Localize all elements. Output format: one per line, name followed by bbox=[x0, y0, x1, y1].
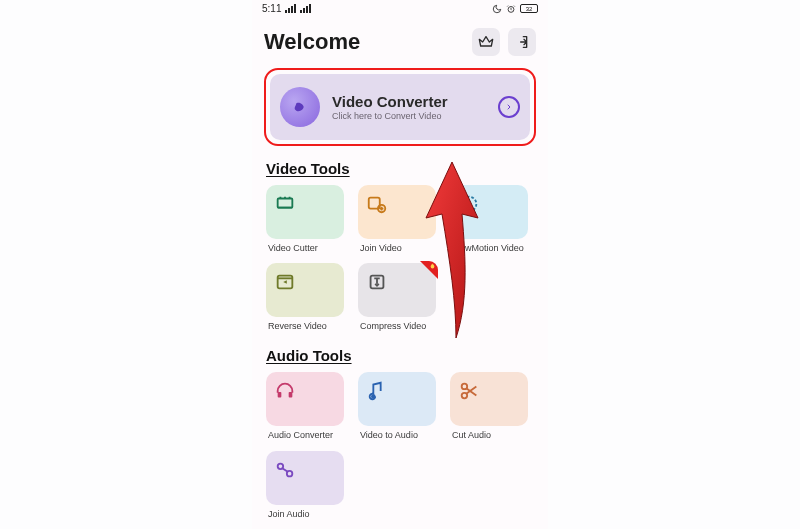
tool-label: Reverse Video bbox=[266, 321, 344, 331]
signal-icon bbox=[285, 4, 296, 13]
exit-button[interactable] bbox=[508, 28, 536, 56]
video-converter-card[interactable]: Video Converter Click here to Convert Vi… bbox=[270, 74, 530, 140]
flame-icon bbox=[428, 262, 437, 271]
hot-badge bbox=[420, 261, 438, 279]
hero-subtitle: Click here to Convert Video bbox=[332, 111, 486, 121]
audio-tools-grid: Audio Converter Video to Audio Cut Audio bbox=[252, 372, 548, 529]
section-heading-audio: Audio Tools bbox=[252, 341, 548, 372]
section-heading-video: Video Tools bbox=[252, 154, 548, 185]
tool-tile bbox=[450, 185, 528, 239]
tool-label: Cut Audio bbox=[450, 430, 528, 440]
scissors-icon bbox=[458, 380, 480, 402]
compress-icon bbox=[366, 271, 388, 293]
tool-tile bbox=[358, 263, 436, 317]
hero-highlight: Video Converter Click here to Convert Vi… bbox=[264, 68, 536, 146]
exit-icon bbox=[514, 34, 530, 50]
hero-title: Video Converter bbox=[332, 93, 486, 110]
app-screen: 5:11 32 Welcome bbox=[252, 0, 548, 529]
tool-label: Video Cutter bbox=[266, 243, 344, 253]
tool-label: SlowMotion Video bbox=[450, 243, 528, 253]
tool-audio-converter[interactable]: Audio Converter bbox=[266, 372, 344, 440]
signal-icon-2 bbox=[300, 4, 311, 13]
video-tools-grid: Video Cutter Join Video SlowMotion Video bbox=[252, 185, 548, 342]
premium-button[interactable] bbox=[472, 28, 500, 56]
tool-label: Compress Video bbox=[358, 321, 436, 331]
tool-tile bbox=[266, 451, 344, 505]
tool-tile bbox=[266, 372, 344, 426]
header-actions bbox=[472, 28, 536, 56]
tool-compress-video[interactable]: Compress Video bbox=[358, 263, 436, 331]
tool-join-audio[interactable]: Join Audio bbox=[266, 451, 344, 519]
chevron-right-icon bbox=[505, 103, 513, 111]
svg-rect-1 bbox=[278, 198, 293, 207]
tool-video-to-audio[interactable]: Video to Audio bbox=[358, 372, 436, 440]
hero-section: Video Converter Click here to Convert Vi… bbox=[252, 62, 548, 154]
statusbar-right: 32 bbox=[492, 4, 538, 14]
tool-label: Video to Audio bbox=[358, 430, 436, 440]
tool-tile bbox=[266, 185, 344, 239]
slowmotion-icon bbox=[458, 193, 480, 215]
statusbar-time: 5:11 bbox=[262, 3, 281, 14]
tool-tile bbox=[450, 372, 528, 426]
hero-text: Video Converter Click here to Convert Vi… bbox=[332, 93, 486, 121]
tool-label: Audio Converter bbox=[266, 430, 344, 440]
join-audio-icon bbox=[274, 459, 296, 481]
page-title: Welcome bbox=[264, 29, 360, 55]
battery-icon: 32 bbox=[520, 4, 538, 13]
join-video-icon bbox=[366, 193, 388, 215]
hero-arrow-button[interactable] bbox=[498, 96, 520, 118]
reverse-video-icon bbox=[274, 271, 296, 293]
video-converter-icon bbox=[280, 87, 320, 127]
tool-video-cutter[interactable]: Video Cutter bbox=[266, 185, 344, 253]
music-note-icon bbox=[366, 380, 388, 402]
tool-label: Join Audio bbox=[266, 509, 344, 519]
battery-level: 32 bbox=[526, 6, 533, 12]
tool-join-video[interactable]: Join Video bbox=[358, 185, 436, 253]
moon-icon bbox=[492, 4, 502, 14]
crown-icon bbox=[478, 34, 494, 50]
svg-rect-7 bbox=[278, 392, 282, 398]
alarm-icon bbox=[506, 4, 516, 14]
tool-slowmotion-video[interactable]: SlowMotion Video bbox=[450, 185, 528, 253]
statusbar-left: 5:11 bbox=[262, 3, 311, 14]
svg-rect-8 bbox=[289, 392, 293, 398]
app-header: Welcome bbox=[252, 18, 548, 62]
video-cutter-icon bbox=[274, 193, 296, 215]
tool-tile bbox=[266, 263, 344, 317]
tool-label: Join Video bbox=[358, 243, 436, 253]
tool-reverse-video[interactable]: Reverse Video bbox=[266, 263, 344, 331]
tool-cut-audio[interactable]: Cut Audio bbox=[450, 372, 528, 440]
headphones-icon bbox=[274, 380, 296, 402]
status-bar: 5:11 32 bbox=[252, 0, 548, 18]
tool-tile bbox=[358, 372, 436, 426]
svg-point-9 bbox=[371, 395, 376, 400]
tool-tile bbox=[358, 185, 436, 239]
